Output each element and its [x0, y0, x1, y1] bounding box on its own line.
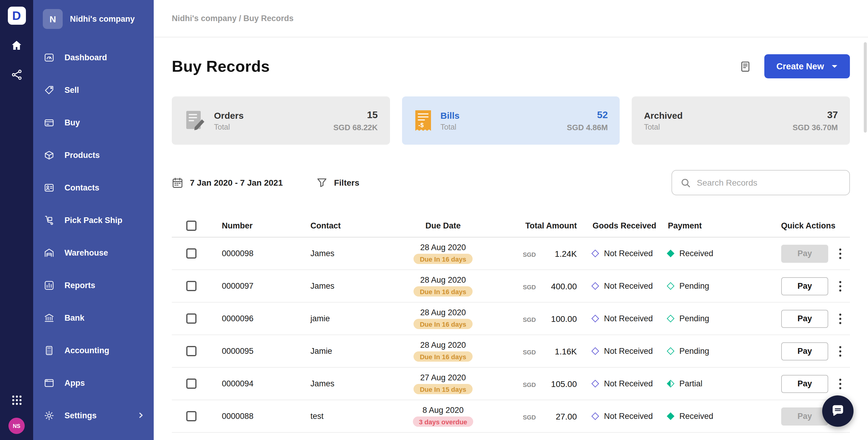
currency-label: SGD	[523, 381, 536, 388]
sidebar-item-label: Contacts	[64, 183, 99, 192]
column-header-total-amount[interactable]: Total Amount	[491, 221, 577, 230]
column-header-goods-received[interactable]: Goods Received	[577, 221, 660, 230]
row-checkbox[interactable]	[186, 248, 196, 258]
sidebar-item-sell[interactable]: Sell	[33, 73, 154, 106]
scrollbar-thumb[interactable]	[864, 42, 867, 133]
row-menu-icon[interactable]	[839, 248, 841, 259]
table-row[interactable]: 0000097 James 28 Aug 2020 Due In 16 days…	[172, 270, 850, 303]
column-header-payment[interactable]: Payment	[660, 221, 778, 230]
row-menu-icon[interactable]	[839, 313, 841, 324]
card-subtitle: Total	[644, 123, 683, 131]
chat-widget-button[interactable]	[822, 396, 854, 427]
pay-button[interactable]: Pay	[781, 244, 828, 262]
home-button[interactable]	[10, 39, 23, 54]
search-input[interactable]	[697, 178, 841, 187]
due-status-badge: Due In 15 days	[414, 384, 472, 394]
archived-card[interactable]: Archived Total 37 SGD 36.70M	[632, 96, 850, 145]
pay-button[interactable]: Pay	[781, 277, 828, 295]
column-header-contact[interactable]: Contact	[310, 221, 395, 230]
document-icon[interactable]	[740, 61, 751, 72]
sidebar-item-label: Apps	[64, 378, 85, 387]
settings-icon	[43, 410, 55, 420]
sidebar-item-label: Dashboard	[64, 53, 107, 62]
record-number: 0000095	[222, 347, 310, 356]
row-menu-icon[interactable]	[839, 378, 841, 389]
goods-status-icon	[591, 282, 599, 290]
user-avatar[interactable]: NS	[8, 418, 25, 434]
apps-grid-button[interactable]	[11, 395, 22, 408]
table-row[interactable]: 0000095 Jamie 28 Aug 2020 Due In 16 days…	[172, 335, 850, 368]
sidebar-item-products[interactable]: Products	[33, 138, 154, 171]
integrations-button[interactable]	[10, 69, 23, 83]
row-checkbox[interactable]	[186, 379, 196, 389]
card-title: Orders	[214, 110, 244, 120]
payment-status-icon	[667, 412, 674, 420]
total-amount: 100.00	[546, 314, 577, 323]
sidebar-item-bank[interactable]: Bank	[33, 302, 154, 334]
app-logo[interactable]: D	[7, 7, 26, 25]
sidebar-item-contacts[interactable]: Contacts	[33, 171, 154, 204]
sidebar-item-accounting[interactable]: Accounting	[33, 334, 154, 367]
pay-button[interactable]: Pay	[781, 407, 828, 425]
total-amount: 400.00	[546, 281, 577, 291]
row-checkbox[interactable]	[186, 313, 196, 324]
due-status-badge: Due In 16 days	[414, 319, 472, 329]
table-row[interactable]: 0000096 jamie 28 Aug 2020 Due In 16 days…	[172, 303, 850, 335]
bills-card[interactable]: -$ Bills Total 52 SGD 4.86M	[402, 96, 620, 145]
sidebar-item-reports[interactable]: Reports	[33, 269, 154, 302]
total-amount: 27.00	[546, 411, 577, 421]
row-menu-icon[interactable]	[839, 346, 841, 356]
breadcrumb[interactable]: Nidhi's company / Buy Records	[172, 14, 293, 23]
filters-button[interactable]: Filters	[316, 177, 359, 188]
sidebar-item-label: Warehouse	[64, 248, 108, 257]
sidebar-item-settings[interactable]: Settings	[33, 399, 154, 432]
card-count: 52	[567, 109, 608, 120]
due-status-badge: 3 days overdue	[413, 416, 473, 427]
record-contact: jamie	[310, 314, 395, 323]
svg-text:-$: -$	[418, 122, 424, 128]
row-checkbox[interactable]	[186, 281, 196, 291]
table-row[interactable]: 0000098 James 28 Aug 2020 Due In 16 days…	[172, 238, 850, 270]
orders-card[interactable]: Orders Total 15 SGD 68.22K	[172, 96, 390, 145]
currency-label: SGD	[523, 349, 536, 355]
record-contact: test	[310, 412, 395, 421]
pay-button[interactable]: Pay	[781, 310, 828, 327]
sidebar-item-label: Products	[64, 150, 100, 159]
sidebar-item-dashboard[interactable]: Dashboard	[33, 41, 154, 73]
filters-label: Filters	[334, 178, 359, 187]
card-subtitle: Total	[440, 123, 459, 131]
row-menu-icon[interactable]	[839, 281, 841, 291]
app-window: D NS N Nidhi's company Dashboard Sell Bu…	[0, 0, 868, 440]
page-title: Buy Records	[172, 57, 270, 76]
company-switcher[interactable]: N Nidhi's company	[33, 0, 154, 37]
sidebar-item-warehouse[interactable]: Warehouse	[33, 236, 154, 269]
sidebar-item-label: Accounting	[64, 346, 110, 355]
scrollbar[interactable]	[864, 0, 867, 440]
pay-button[interactable]: Pay	[781, 342, 828, 360]
record-number: 0000097	[222, 281, 310, 290]
select-all-checkbox[interactable]	[186, 221, 196, 231]
card-title: Archived	[644, 110, 683, 120]
sidebar-item-buy[interactable]: Buy	[33, 106, 154, 138]
company-avatar: N	[43, 9, 63, 29]
pay-button[interactable]: Pay	[781, 375, 828, 393]
table-row[interactable]: 0000094 James 27 Aug 2020 Due In 15 days…	[172, 368, 850, 400]
due-status-badge: Due In 16 days	[414, 254, 472, 264]
date-range-picker[interactable]: 7 Jan 2020 - 7 Jan 2021	[172, 177, 283, 188]
company-name: Nidhi's company	[70, 14, 135, 24]
row-checkbox[interactable]	[186, 411, 196, 421]
card-count: 15	[333, 109, 378, 120]
row-checkbox[interactable]	[186, 346, 196, 356]
payment-status-label: Received	[679, 412, 713, 421]
goods-status-label: Not Received	[604, 347, 653, 356]
column-header-number[interactable]: Number	[222, 221, 310, 230]
sidebar-item-apps[interactable]: Apps	[33, 367, 154, 399]
sidebar-item-pick-pack-ship[interactable]: Pick Pack Ship	[33, 204, 154, 236]
due-status-badge: Due In 16 days	[414, 286, 472, 296]
column-header-due-date[interactable]: Due Date	[395, 221, 491, 230]
payment-status-label: Partial	[679, 379, 703, 388]
create-new-button[interactable]: Create New	[764, 54, 850, 78]
filter-row: 7 Jan 2020 - 7 Jan 2021 Filters	[172, 170, 850, 195]
table-row[interactable]: 0000088 test 8 Aug 2020 3 days overdue S…	[172, 400, 850, 433]
total-amount: 105.00	[546, 379, 577, 388]
